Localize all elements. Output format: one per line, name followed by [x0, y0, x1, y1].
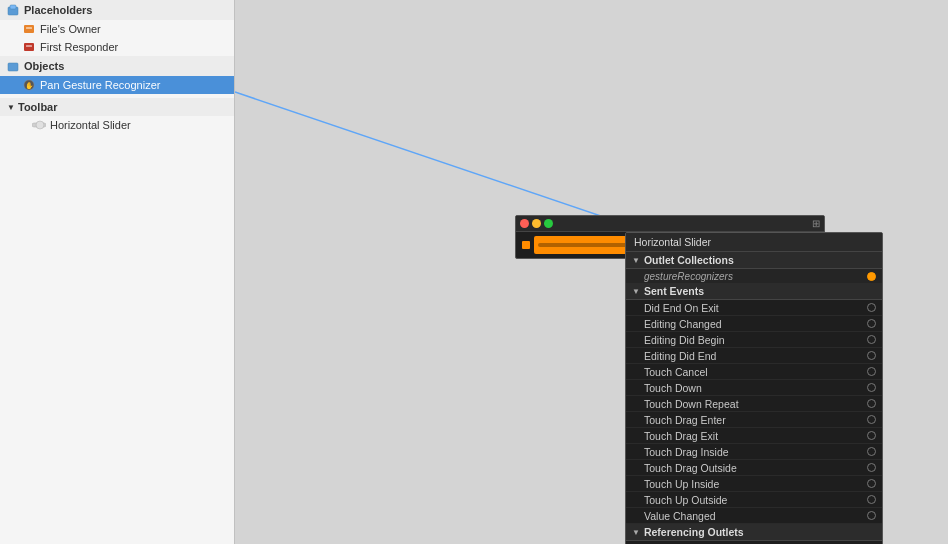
outlet-collections-label: Outlet Collections: [644, 254, 734, 266]
touch-cancel-row[interactable]: Touch Cancel: [626, 364, 882, 380]
touch-drag-exit-row[interactable]: Touch Drag Exit: [626, 428, 882, 444]
sent-events-triangle: ▼: [632, 287, 640, 296]
editing-changed-circle[interactable]: [867, 319, 876, 328]
toolbar-disclosure[interactable]: ▼: [6, 102, 16, 112]
svg-rect-1: [10, 5, 16, 9]
slider-dot-icon: [522, 241, 530, 249]
outlet-collections-header: ▼ Outlet Collections: [626, 252, 882, 269]
pan-gesture-label: Pan Gesture Recognizer: [40, 79, 160, 91]
touch-up-outside-label: Touch Up Outside: [644, 494, 727, 506]
value-changed-circle[interactable]: [867, 511, 876, 520]
touch-drag-enter-label: Touch Drag Enter: [644, 414, 726, 426]
svg-text:✋: ✋: [25, 81, 34, 90]
touch-drag-outside-label: Touch Drag Outside: [644, 462, 737, 474]
touch-down-repeat-label: Touch Down Repeat: [644, 398, 739, 410]
value-changed-row[interactable]: Value Changed: [626, 508, 882, 524]
touch-drag-outside-circle[interactable]: [867, 463, 876, 472]
first-responder-icon: [22, 40, 36, 54]
touch-down-repeat-row[interactable]: Touch Down Repeat: [626, 396, 882, 412]
maximize-button[interactable]: [544, 219, 553, 228]
referencing-outlets-triangle: ▼: [632, 528, 640, 537]
files-owner-item[interactable]: File's Owner: [0, 20, 234, 38]
horizontal-slider-label: Horizontal Slider: [50, 119, 131, 131]
files-owner-icon: [22, 22, 36, 36]
gesture-recognizers-row: gestureRecognizers: [626, 269, 882, 283]
touch-down-row[interactable]: Touch Down: [626, 380, 882, 396]
objects-icon: [6, 59, 20, 73]
touch-drag-enter-row[interactable]: Touch Drag Enter: [626, 412, 882, 428]
touch-up-inside-label: Touch Up Inside: [644, 478, 719, 490]
referencing-outlets-label: Referencing Outlets: [644, 526, 744, 538]
touch-cancel-label: Touch Cancel: [644, 366, 708, 378]
editing-did-begin-label: Editing Did Begin: [644, 334, 725, 346]
touch-up-inside-circle[interactable]: [867, 479, 876, 488]
outlet-collections-triangle: ▼: [632, 256, 640, 265]
pan-gesture-icon: ✋: [22, 78, 36, 92]
touch-drag-inside-row[interactable]: Touch Drag Inside: [626, 444, 882, 460]
touch-up-inside-row[interactable]: Touch Up Inside: [626, 476, 882, 492]
sent-events-header: ▼ Sent Events: [626, 283, 882, 300]
canvas-area: ⊞ Horizontal Slider ▼ Outlet Collections…: [235, 0, 948, 544]
touch-down-repeat-circle[interactable]: [867, 399, 876, 408]
svg-rect-6: [8, 63, 18, 71]
touch-cancel-circle[interactable]: [867, 367, 876, 376]
sent-events-label: Sent Events: [644, 285, 704, 297]
editing-did-begin-circle[interactable]: [867, 335, 876, 344]
svg-point-10: [36, 121, 44, 129]
touch-up-outside-circle[interactable]: [867, 495, 876, 504]
touch-drag-outside-row[interactable]: Touch Drag Outside: [626, 460, 882, 476]
files-owner-label: File's Owner: [40, 23, 101, 35]
editing-changed-label: Editing Changed: [644, 318, 722, 330]
pan-gesture-item[interactable]: ✋ Pan Gesture Recognizer: [0, 76, 234, 94]
svg-rect-3: [26, 27, 32, 29]
gesture-recognizers-circle[interactable]: [867, 272, 876, 281]
svg-rect-5: [26, 45, 32, 47]
gesture-recognizers-label: gestureRecognizers: [644, 271, 733, 282]
did-end-on-exit-label: Did End On Exit: [644, 302, 719, 314]
objects-header: Objects: [0, 56, 234, 76]
placeholders-label: Placeholders: [24, 4, 92, 16]
toolbar-header: ▼ Toolbar: [0, 98, 234, 116]
touch-drag-exit-circle[interactable]: [867, 431, 876, 440]
did-end-on-exit-row[interactable]: Did End On Exit: [626, 300, 882, 316]
editing-did-begin-row[interactable]: Editing Did Begin: [626, 332, 882, 348]
touch-drag-exit-label: Touch Drag Exit: [644, 430, 718, 442]
editing-changed-row[interactable]: Editing Changed: [626, 316, 882, 332]
objects-label: Objects: [24, 60, 64, 72]
popup-title-bar: Horizontal Slider: [626, 233, 882, 252]
touch-drag-inside-circle[interactable]: [867, 447, 876, 456]
touch-drag-enter-circle[interactable]: [867, 415, 876, 424]
slider-extra-controls: ⊞: [812, 218, 820, 229]
popup-panel: Horizontal Slider ▼ Outlet Collections g…: [625, 232, 883, 544]
slider-title-bar: ⊞: [516, 216, 824, 232]
did-end-on-exit-circle[interactable]: [867, 303, 876, 312]
placeholders-header: Placeholders: [0, 0, 234, 20]
editing-did-end-label: Editing Did End: [644, 350, 716, 362]
touch-down-circle[interactable]: [867, 383, 876, 392]
first-responder-label: First Responder: [40, 41, 118, 53]
touch-drag-inside-label: Touch Drag Inside: [644, 446, 729, 458]
slider-traffic-lights: [520, 219, 553, 228]
left-panel: Placeholders File's Owner First Responde…: [0, 0, 235, 544]
close-button[interactable]: [520, 219, 529, 228]
horizontal-slider-item[interactable]: Horizontal Slider: [0, 116, 234, 134]
value-changed-label: Value Changed: [644, 510, 716, 522]
touch-down-label: Touch Down: [644, 382, 702, 394]
referencing-outlets-header: ▼ Referencing Outlets: [626, 524, 882, 541]
toolbar-label: Toolbar: [18, 101, 58, 113]
popup-title: Horizontal Slider: [634, 236, 711, 248]
placeholders-icon: [6, 3, 20, 17]
slider-resize-icon: ⊞: [812, 218, 820, 229]
touch-up-outside-row[interactable]: Touch Up Outside: [626, 492, 882, 508]
editing-did-end-row[interactable]: Editing Did End: [626, 348, 882, 364]
editing-did-end-circle[interactable]: [867, 351, 876, 360]
first-responder-item[interactable]: First Responder: [0, 38, 234, 56]
horizontal-slider-icon: [32, 118, 46, 132]
minimize-button[interactable]: [532, 219, 541, 228]
